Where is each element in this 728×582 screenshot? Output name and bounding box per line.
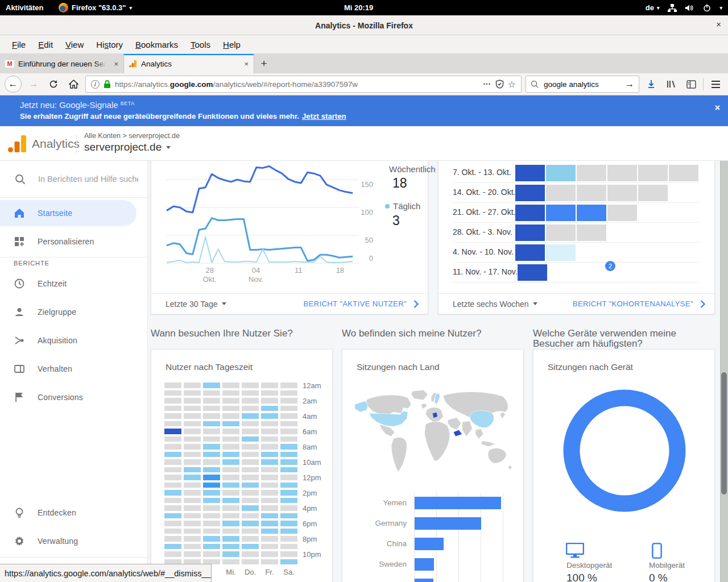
menu-edit[interactable]: Edit: [32, 40, 59, 49]
app-menu[interactable]: Firefox "63.0.3"▾: [59, 0, 132, 15]
tab-gmail[interactable]: M Einführung der neuen Sea ×: [0, 54, 124, 73]
cohort-cell-medium[interactable]: [577, 205, 606, 221]
tab-close-icon[interactable]: ×: [109, 60, 118, 68]
heatmap-cell[interactable]: [242, 505, 259, 511]
heatmap-cell[interactable]: [203, 452, 220, 458]
search-go-icon[interactable]: →: [625, 79, 634, 89]
cohort-cell-gray[interactable]: [607, 185, 637, 201]
cohort-row[interactable]: 28. Okt. - 3. Nov.: [453, 223, 699, 243]
heatmap-cell[interactable]: [164, 475, 181, 480]
heatmap-cell[interactable]: [184, 498, 201, 504]
heatmap-cell[interactable]: [261, 452, 278, 458]
cohort-cell-gray[interactable]: [577, 225, 606, 241]
heatmap-cell[interactable]: [280, 390, 297, 396]
report-link-cohorts[interactable]: BERICHT "KOHORTENANALYSE": [573, 300, 705, 308]
heatmap-cell[interactable]: [242, 513, 259, 519]
heatmap-cell[interactable]: [280, 413, 297, 419]
heatmap-cell[interactable]: [184, 544, 201, 550]
heatmap-cell[interactable]: [203, 421, 220, 427]
heatmap-cell[interactable]: [222, 444, 239, 450]
heatmap-cell[interactable]: [280, 467, 297, 473]
heatmap-cell[interactable]: [184, 505, 201, 511]
cohort-cell-gray[interactable]: [638, 185, 668, 201]
heatmap-cell[interactable]: [222, 475, 239, 480]
heatmap-cell[interactable]: [184, 551, 201, 557]
heatmap-cell[interactable]: [261, 544, 278, 550]
heatmap-cell[interactable]: [164, 429, 181, 434]
heatmap-cell[interactable]: [261, 421, 278, 427]
heatmap-cell[interactable]: [280, 498, 297, 504]
sidebar-item-startseite[interactable]: Startseite: [0, 200, 136, 226]
report-link-active-users[interactable]: BERICHT "AKTIVE NUTZER": [304, 300, 419, 308]
heatmap-cell[interactable]: [222, 459, 239, 465]
heatmap-cell[interactable]: [242, 490, 259, 496]
tab-analytics[interactable]: Analytics ×: [124, 54, 254, 73]
breadcrumb[interactable]: Alle Konten > serverproject.de: [84, 132, 180, 140]
heatmap-cell[interactable]: [222, 406, 239, 411]
heatmap-cell[interactable]: [261, 521, 278, 526]
heatmap-cell[interactable]: [242, 413, 259, 419]
heatmap-cell[interactable]: [261, 459, 278, 465]
heatmap-cell[interactable]: [184, 452, 201, 458]
menu-bookmarks[interactable]: Bookmarks: [129, 40, 184, 49]
heatmap-cell[interactable]: [164, 551, 181, 557]
heatmap-cell[interactable]: [203, 383, 220, 388]
heatmap-cell[interactable]: [242, 429, 259, 434]
heatmap-cell[interactable]: [164, 390, 181, 396]
bar-china[interactable]: [415, 538, 444, 550]
heatmap-cell[interactable]: [280, 483, 297, 488]
scrollbar-thumb[interactable]: [721, 372, 727, 494]
cohort-cell-dark[interactable]: [515, 165, 545, 181]
heatmap-cell[interactable]: [222, 429, 239, 434]
heatmap-cell[interactable]: [184, 390, 201, 396]
heatmap-cell[interactable]: [242, 498, 259, 504]
scrollbar-track[interactable]: [720, 161, 728, 582]
back-button[interactable]: ←: [5, 76, 22, 93]
heatmap-cell[interactable]: [280, 398, 297, 404]
sidebar-search[interactable]: [0, 167, 147, 192]
bar-yemen[interactable]: [415, 497, 501, 509]
heatmap-cell[interactable]: [280, 421, 297, 427]
heatmap-cell[interactable]: [242, 398, 259, 404]
window-titlebar[interactable]: Analytics - Mozilla Firefox ×: [0, 15, 728, 35]
heatmap-cell[interactable]: [261, 467, 278, 473]
heatmap-cell[interactable]: [261, 490, 278, 496]
heatmap-cell[interactable]: [184, 383, 201, 388]
cohort-cell-medium[interactable]: [546, 205, 576, 221]
heatmap-cell[interactable]: [184, 413, 201, 419]
heatmap-cell[interactable]: [261, 513, 278, 519]
heatmap-cell[interactable]: [164, 498, 181, 504]
menu-tools[interactable]: Tools: [184, 40, 217, 49]
heatmap-cell[interactable]: [203, 551, 220, 557]
heatmap-cell[interactable]: [280, 559, 297, 565]
heatmap-cell[interactable]: [184, 475, 201, 480]
page-info-icon[interactable]: i: [91, 80, 100, 89]
heatmap-cell[interactable]: [222, 452, 239, 458]
cohort-row[interactable]: 7. Okt. - 13. Okt.: [453, 163, 699, 183]
bar-germany[interactable]: [415, 517, 481, 530]
heatmap-cell[interactable]: [242, 559, 259, 565]
heatmap-cell[interactable]: [203, 490, 220, 496]
heatmap-cell[interactable]: [242, 544, 259, 550]
heatmap-cell[interactable]: [261, 483, 278, 488]
heatmap-cell[interactable]: [164, 505, 181, 511]
cohort-cell-gray[interactable]: [607, 165, 637, 181]
heatmap-cell[interactable]: [261, 475, 278, 480]
heatmap-cell[interactable]: [261, 390, 278, 396]
banner-close-icon[interactable]: ×: [715, 103, 720, 113]
cohort-cell-gray[interactable]: [546, 185, 576, 201]
heatmap-cell[interactable]: [203, 459, 220, 465]
heatmap-cell[interactable]: [261, 559, 278, 565]
heatmap-cell[interactable]: [280, 544, 297, 550]
heatmap-cell[interactable]: [261, 429, 278, 434]
home-button[interactable]: [65, 76, 81, 92]
heatmap-cell[interactable]: [280, 383, 297, 388]
sidebar-item-verhalten[interactable]: Verhalten: [0, 356, 136, 382]
sidebar-item-conversions[interactable]: Conversions: [0, 384, 136, 410]
heatmap-cell[interactable]: [164, 467, 181, 473]
heatmap-cell[interactable]: [242, 483, 259, 488]
heatmap-cell[interactable]: [280, 475, 297, 480]
tab-close-icon[interactable]: ×: [239, 60, 249, 68]
date-range-selector[interactable]: Letzte 30 Tage: [166, 300, 226, 309]
heatmap-cell[interactable]: [184, 436, 201, 442]
